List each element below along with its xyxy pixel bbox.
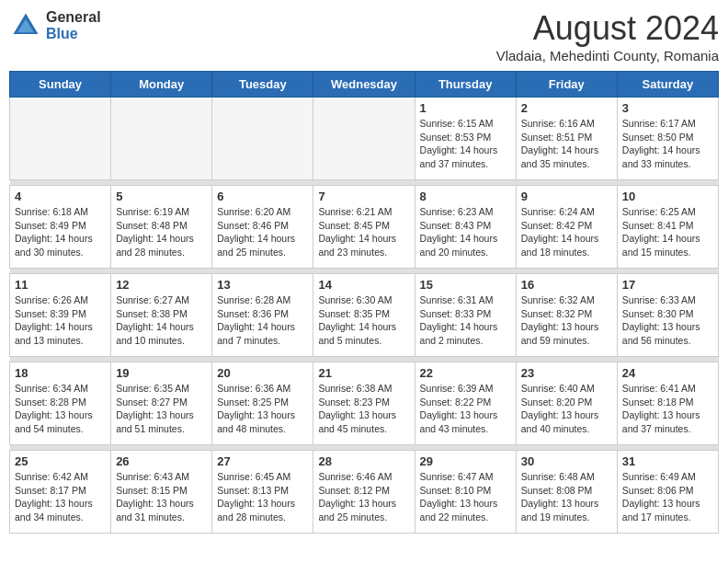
calendar-cell: 28Sunrise: 6:46 AM Sunset: 8:12 PM Dayli… <box>313 451 415 534</box>
calendar-cell: 16Sunrise: 6:32 AM Sunset: 8:32 PM Dayli… <box>516 274 617 357</box>
day-number: 10 <box>622 190 713 203</box>
day-info: Sunrise: 6:41 AM Sunset: 8:18 PM Dayligh… <box>622 382 713 436</box>
day-number: 7 <box>318 190 409 203</box>
calendar-cell: 14Sunrise: 6:30 AM Sunset: 8:35 PM Dayli… <box>313 274 415 357</box>
calendar-week-row: 18Sunrise: 6:34 AM Sunset: 8:28 PM Dayli… <box>10 362 719 445</box>
day-number: 2 <box>521 101 612 115</box>
calendar-cell: 7Sunrise: 6:21 AM Sunset: 8:45 PM Daylig… <box>313 186 415 269</box>
page-header: General Blue August 2024 Vladaia, Mehedi… <box>9 9 719 63</box>
calendar-cell <box>10 98 111 180</box>
day-number: 16 <box>521 278 612 292</box>
calendar-week-row: 1Sunrise: 6:15 AM Sunset: 8:53 PM Daylig… <box>10 98 719 180</box>
month-year-title: August 2024 <box>496 9 719 48</box>
day-info: Sunrise: 6:45 AM Sunset: 8:13 PM Dayligh… <box>217 470 308 524</box>
day-info: Sunrise: 6:30 AM Sunset: 8:35 PM Dayligh… <box>318 293 409 348</box>
calendar-cell: 19Sunrise: 6:35 AM Sunset: 8:27 PM Dayli… <box>111 362 212 445</box>
day-info: Sunrise: 6:21 AM Sunset: 8:45 PM Dayligh… <box>318 205 409 259</box>
calendar-cell: 25Sunrise: 6:42 AM Sunset: 8:17 PM Dayli… <box>10 451 111 534</box>
day-info: Sunrise: 6:49 AM Sunset: 8:06 PM Dayligh… <box>622 470 713 524</box>
column-header-sunday: Sunday <box>10 72 111 98</box>
day-number: 19 <box>116 366 207 380</box>
day-number: 17 <box>622 278 713 292</box>
day-number: 14 <box>318 278 409 292</box>
calendar-cell: 29Sunrise: 6:47 AM Sunset: 8:10 PM Dayli… <box>415 451 516 534</box>
logo-general-text: General <box>46 9 101 26</box>
day-info: Sunrise: 6:31 AM Sunset: 8:33 PM Dayligh… <box>420 293 511 348</box>
calendar-cell: 4Sunrise: 6:18 AM Sunset: 8:49 PM Daylig… <box>10 186 111 269</box>
day-info: Sunrise: 6:36 AM Sunset: 8:25 PM Dayligh… <box>217 382 308 436</box>
day-number: 15 <box>420 278 511 292</box>
column-header-friday: Friday <box>516 72 617 98</box>
calendar-cell: 22Sunrise: 6:39 AM Sunset: 8:22 PM Dayli… <box>415 362 516 445</box>
column-header-wednesday: Wednesday <box>313 72 415 98</box>
day-number: 31 <box>622 454 713 468</box>
calendar-cell: 27Sunrise: 6:45 AM Sunset: 8:13 PM Dayli… <box>212 451 313 534</box>
calendar-week-row: 4Sunrise: 6:18 AM Sunset: 8:49 PM Daylig… <box>10 186 719 269</box>
day-info: Sunrise: 6:24 AM Sunset: 8:42 PM Dayligh… <box>521 205 612 259</box>
day-info: Sunrise: 6:25 AM Sunset: 8:41 PM Dayligh… <box>622 205 713 259</box>
day-info: Sunrise: 6:27 AM Sunset: 8:38 PM Dayligh… <box>116 293 207 348</box>
day-number: 27 <box>217 454 308 468</box>
day-number: 12 <box>116 278 207 292</box>
calendar-cell: 1Sunrise: 6:15 AM Sunset: 8:53 PM Daylig… <box>415 98 516 180</box>
column-header-saturday: Saturday <box>617 72 718 98</box>
day-number: 22 <box>420 366 511 380</box>
day-number: 20 <box>217 366 308 380</box>
day-info: Sunrise: 6:28 AM Sunset: 8:36 PM Dayligh… <box>217 293 308 348</box>
calendar-cell: 23Sunrise: 6:40 AM Sunset: 8:20 PM Dayli… <box>516 362 617 445</box>
calendar-cell: 17Sunrise: 6:33 AM Sunset: 8:30 PM Dayli… <box>617 274 718 357</box>
calendar-cell: 21Sunrise: 6:38 AM Sunset: 8:23 PM Dayli… <box>313 362 415 445</box>
calendar-cell: 18Sunrise: 6:34 AM Sunset: 8:28 PM Dayli… <box>10 362 111 445</box>
day-number: 6 <box>217 190 308 203</box>
day-info: Sunrise: 6:48 AM Sunset: 8:08 PM Dayligh… <box>521 470 612 524</box>
calendar-week-row: 25Sunrise: 6:42 AM Sunset: 8:17 PM Dayli… <box>10 451 719 534</box>
day-info: Sunrise: 6:23 AM Sunset: 8:43 PM Dayligh… <box>420 205 511 259</box>
calendar-table: SundayMondayTuesdayWednesdayThursdayFrid… <box>9 71 719 534</box>
title-area: August 2024 Vladaia, Mehedinti County, R… <box>496 9 719 63</box>
day-number: 9 <box>521 190 612 203</box>
calendar-cell: 15Sunrise: 6:31 AM Sunset: 8:33 PM Dayli… <box>415 274 516 357</box>
day-number: 11 <box>15 278 106 292</box>
day-number: 23 <box>521 366 612 380</box>
day-number: 25 <box>15 454 106 468</box>
calendar-cell: 11Sunrise: 6:26 AM Sunset: 8:39 PM Dayli… <box>10 274 111 357</box>
day-number: 21 <box>318 366 409 380</box>
calendar-cell: 2Sunrise: 6:16 AM Sunset: 8:51 PM Daylig… <box>516 98 617 180</box>
calendar-cell: 20Sunrise: 6:36 AM Sunset: 8:25 PM Dayli… <box>212 362 313 445</box>
calendar-cell <box>313 98 415 180</box>
column-header-monday: Monday <box>111 72 212 98</box>
day-info: Sunrise: 6:17 AM Sunset: 8:50 PM Dayligh… <box>622 117 713 171</box>
day-info: Sunrise: 6:20 AM Sunset: 8:46 PM Dayligh… <box>217 205 308 259</box>
day-info: Sunrise: 6:46 AM Sunset: 8:12 PM Dayligh… <box>318 470 409 524</box>
day-number: 1 <box>420 101 511 115</box>
calendar-cell: 6Sunrise: 6:20 AM Sunset: 8:46 PM Daylig… <box>212 186 313 269</box>
day-number: 24 <box>622 366 713 380</box>
logo: General Blue <box>9 9 101 42</box>
day-info: Sunrise: 6:34 AM Sunset: 8:28 PM Dayligh… <box>15 382 106 436</box>
day-info: Sunrise: 6:43 AM Sunset: 8:15 PM Dayligh… <box>116 470 207 524</box>
logo-blue-text: Blue <box>46 26 101 42</box>
day-number: 8 <box>420 190 511 203</box>
calendar-cell: 24Sunrise: 6:41 AM Sunset: 8:18 PM Dayli… <box>617 362 718 445</box>
day-number: 29 <box>420 454 511 468</box>
calendar-cell: 3Sunrise: 6:17 AM Sunset: 8:50 PM Daylig… <box>617 98 718 180</box>
day-info: Sunrise: 6:18 AM Sunset: 8:49 PM Dayligh… <box>15 205 106 259</box>
calendar-week-row: 11Sunrise: 6:26 AM Sunset: 8:39 PM Dayli… <box>10 274 719 357</box>
day-number: 13 <box>217 278 308 292</box>
day-number: 5 <box>116 190 207 203</box>
day-info: Sunrise: 6:15 AM Sunset: 8:53 PM Dayligh… <box>420 117 511 171</box>
calendar-cell: 26Sunrise: 6:43 AM Sunset: 8:15 PM Dayli… <box>111 451 212 534</box>
day-number: 30 <box>521 454 612 468</box>
day-info: Sunrise: 6:40 AM Sunset: 8:20 PM Dayligh… <box>521 382 612 436</box>
calendar-cell: 10Sunrise: 6:25 AM Sunset: 8:41 PM Dayli… <box>617 186 718 269</box>
logo-icon <box>9 9 42 42</box>
day-info: Sunrise: 6:47 AM Sunset: 8:10 PM Dayligh… <box>420 470 511 524</box>
day-number: 4 <box>15 190 106 203</box>
day-info: Sunrise: 6:35 AM Sunset: 8:27 PM Dayligh… <box>116 382 207 436</box>
day-info: Sunrise: 6:32 AM Sunset: 8:32 PM Dayligh… <box>521 293 612 348</box>
calendar-cell <box>212 98 313 180</box>
column-header-tuesday: Tuesday <box>212 72 313 98</box>
calendar-cell: 9Sunrise: 6:24 AM Sunset: 8:42 PM Daylig… <box>516 186 617 269</box>
day-info: Sunrise: 6:39 AM Sunset: 8:22 PM Dayligh… <box>420 382 511 436</box>
day-number: 26 <box>116 454 207 468</box>
